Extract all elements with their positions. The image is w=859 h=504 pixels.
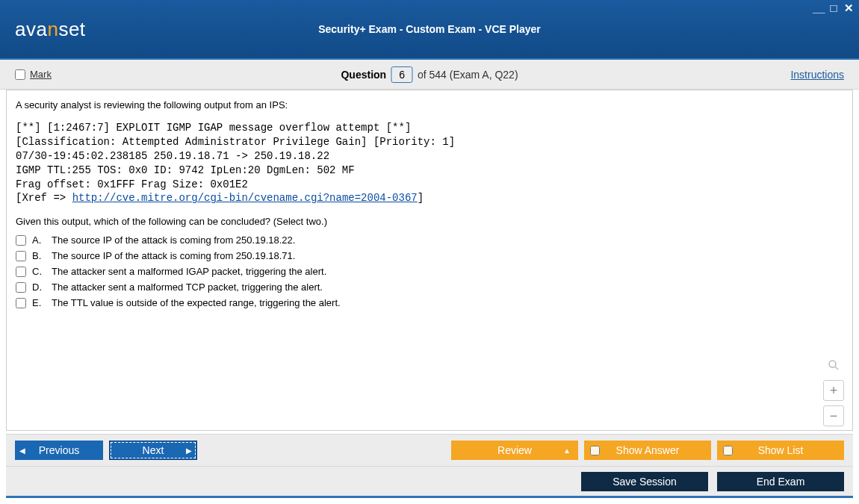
maximize-icon[interactable]: □ (828, 1, 840, 15)
session-toolbar: Save Session End Exam (6, 467, 853, 498)
chevron-left-icon: ◀ (19, 447, 25, 455)
chevron-right-icon: ▶ (186, 447, 192, 455)
zoom-search-icon[interactable] (823, 355, 844, 376)
close-icon[interactable]: ✕ (843, 1, 855, 15)
show-list-label: Show List (758, 444, 804, 456)
window-title: Security+ Exam - Custom Exam - VCE Playe… (318, 23, 541, 35)
option-text: The TTL value is outside of the expected… (52, 297, 341, 308)
option-letter: E. (32, 297, 46, 308)
question-follow: Given this output, which of the followin… (16, 216, 843, 227)
option-a[interactable]: A. The source IP of the attack is coming… (16, 234, 843, 246)
next-button[interactable]: Next ▶ (109, 441, 197, 460)
instructions-link[interactable]: Instructions (790, 69, 844, 81)
option-text: The source IP of the attack is coming fr… (52, 250, 295, 261)
xref-prefix: [Xref => (16, 192, 72, 204)
save-session-label: Save Session (613, 476, 677, 488)
option-text: The attacker sent a malformed TCP packet… (52, 281, 323, 293)
show-list-checkbox[interactable] (723, 446, 733, 455)
show-answer-checkbox[interactable] (590, 446, 600, 455)
option-letter: A. (32, 234, 46, 246)
ips-output: [**] [1:2467:7] EXPLOIT IGMP IGAP messag… (16, 121, 843, 205)
mark-checkbox[interactable] (15, 69, 25, 80)
question-of: of 544 (Exam A, Q22) (418, 69, 518, 81)
xref-suffix: ] (418, 192, 424, 204)
option-b[interactable]: B. The source IP of the attack is coming… (16, 250, 843, 261)
option-letter: C. (32, 266, 46, 277)
end-exam-button[interactable]: End Exam (717, 472, 844, 491)
option-checkbox[interactable] (16, 298, 26, 308)
save-session-button[interactable]: Save Session (581, 472, 708, 491)
previous-button[interactable]: ◀ Previous (15, 441, 103, 460)
mark-label[interactable]: Mark (30, 69, 52, 80)
end-exam-label: End Exam (757, 476, 805, 488)
logo-pre: ava (15, 18, 47, 40)
question-header: Mark Question 6 of 544 (Exam A, Q22) Ins… (0, 58, 859, 90)
review-button[interactable]: Review ▲ (451, 441, 578, 460)
app-logo: avanset (15, 18, 86, 41)
question-body: A security analyst is reviewing the foll… (6, 90, 853, 431)
triangle-up-icon: ▲ (563, 447, 571, 455)
options-list: A. The source IP of the attack is coming… (16, 234, 843, 308)
ips-line: 07/30-19:45:02.238185 250.19.18.71 -> 25… (16, 150, 329, 162)
mark-checkbox-wrap[interactable]: Mark (15, 69, 52, 80)
svg-point-0 (829, 361, 836, 367)
question-stem: A security analyst is reviewing the foll… (16, 99, 843, 111)
ips-line: [Classification: Attempted Administrator… (16, 136, 455, 148)
question-label: Question (341, 69, 386, 81)
option-letter: B. (32, 250, 46, 261)
option-text: The attacker sent a malformed IGAP packe… (52, 266, 326, 277)
minimize-icon[interactable]: __ (813, 1, 825, 15)
window-controls: __ □ ✕ (813, 1, 855, 15)
option-c[interactable]: C. The attacker sent a malformed IGAP pa… (16, 266, 843, 277)
next-label: Next (143, 444, 164, 456)
ips-line: Frag offset: 0x1FFF Frag Size: 0x01E2 (16, 178, 248, 190)
show-answer-label: Show Answer (616, 444, 680, 456)
title-bar: avanset Security+ Exam - Custom Exam - V… (0, 0, 859, 58)
question-number: 6 (391, 66, 413, 83)
zoom-out-button[interactable]: − (823, 405, 844, 426)
nav-toolbar: ◀ Previous Next ▶ Review ▲ Show Answer S… (6, 434, 853, 467)
show-list-button[interactable]: Show List (717, 441, 844, 460)
option-letter: D. (32, 281, 46, 293)
logo-n: n (47, 18, 58, 40)
option-checkbox[interactable] (16, 251, 26, 261)
option-e[interactable]: E. The TTL value is outside of the expec… (16, 297, 843, 308)
previous-label: Previous (39, 444, 79, 456)
svg-line-1 (835, 367, 838, 370)
option-text: The source IP of the attack is coming fr… (52, 234, 295, 246)
option-checkbox[interactable] (16, 282, 26, 293)
zoom-controls: + − (823, 355, 844, 426)
option-checkbox[interactable] (16, 235, 26, 246)
ips-line: [**] [1:2467:7] EXPLOIT IGMP IGAP messag… (16, 122, 411, 134)
option-d[interactable]: D. The attacker sent a malformed TCP pac… (16, 281, 843, 293)
zoom-in-button[interactable]: + (823, 380, 844, 401)
show-answer-button[interactable]: Show Answer (584, 441, 711, 460)
review-label: Review (497, 444, 532, 456)
xref-link[interactable]: http://cve.mitre.org/cgi-bin/cvename.cgi… (72, 192, 418, 204)
logo-post: set (58, 18, 85, 40)
option-checkbox[interactable] (16, 267, 26, 277)
question-indicator: Question 6 of 544 (Exam A, Q22) (341, 66, 518, 83)
ips-line: IGMP TTL:255 TOS: 0x0 ID: 9742 IpLen:20 … (16, 164, 355, 176)
